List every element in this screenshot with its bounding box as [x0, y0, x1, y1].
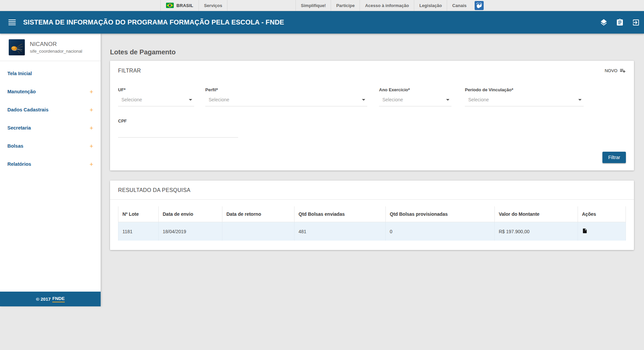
results-card-title: RESULTADO DA PESQUISA	[118, 187, 626, 193]
chevron-down-icon	[578, 99, 582, 101]
sidebar-item-bolsas[interactable]: Bolsas +	[0, 137, 101, 155]
perfil-select[interactable]: Selecione	[205, 95, 367, 106]
vlibras-accessibility-button[interactable]	[475, 0, 484, 11]
vlibras-hands-icon	[475, 1, 484, 10]
sidebar-item-tela-inicial[interactable]: Tela Inicial	[0, 64, 101, 83]
sidebar-item-manutencao[interactable]: Manutenção +	[0, 83, 101, 101]
results-table: Nº Lote Data de envio Data de retorno Qt…	[118, 206, 626, 241]
cell-data-envio: 18/04/2019	[159, 222, 222, 241]
col-valor-montante: Valor do Montante	[495, 206, 578, 222]
plus-icon: +	[90, 143, 93, 149]
col-data-retorno: Data de retorno	[222, 206, 294, 222]
file-icon	[582, 228, 588, 234]
cell-qtd-enviadas: 481	[294, 222, 386, 241]
col-data-envio: Data de envio	[159, 206, 222, 222]
uf-select[interactable]: Selecione	[118, 95, 194, 106]
gov-link-simplifique[interactable]: Simplifique!	[296, 0, 331, 11]
brasil-label: BRASIL	[176, 3, 193, 8]
sidebar-footer: © 2017 FNDE	[0, 292, 101, 306]
gov-link-canais[interactable]: Canais	[447, 0, 472, 11]
table-row: 1181 18/04/2019 481 0 R$ 197.900,00	[118, 222, 626, 241]
sidebar-item-relatorios[interactable]: Relatórios +	[0, 155, 101, 173]
gov-link-servicos[interactable]: Serviços	[199, 0, 227, 11]
results-card: RESULTADO DA PESQUISA Nº Lote Data de en…	[110, 181, 634, 250]
periodo-vinculacao-label: Período de Vinculação*	[465, 87, 584, 92]
cell-qtd-provisionadas: 0	[386, 222, 495, 241]
plus-icon: +	[90, 125, 93, 131]
layers-icon[interactable]	[600, 18, 608, 27]
sidebar: NICANOR sife_coordenador_nacional Tela I…	[0, 34, 101, 306]
user-block: NICANOR sife_coordenador_nacional	[0, 34, 101, 61]
cell-lote: 1181	[118, 222, 159, 241]
main-content: Lotes de Pagamento FILTRAR NOVO UF* Sele…	[101, 34, 644, 260]
fnde-link[interactable]: FNDE	[52, 296, 65, 302]
cell-valor: R$ 197.900,00	[495, 222, 578, 241]
app-title: SISTEMA DE INFORMAÇÃO DO PROGRAMA FORMAÇ…	[23, 18, 284, 26]
government-bar: BRASIL Serviços Simplifique! Participe A…	[0, 0, 644, 11]
periodo-vinculacao-select[interactable]: Selecione	[465, 95, 584, 106]
brazil-flag-icon	[166, 3, 174, 8]
cell-data-retorno	[222, 222, 294, 241]
chevron-down-icon	[446, 99, 449, 101]
ano-exercicio-label: Ano Exercício*	[379, 87, 451, 92]
novo-button[interactable]: NOVO	[605, 67, 626, 74]
plus-icon: +	[90, 89, 93, 95]
sidebar-menu: Tela Inicial Manutenção + Dados Cadastra…	[0, 61, 101, 173]
page-title: Lotes de Pagamento	[110, 48, 634, 56]
avatar	[9, 39, 25, 55]
filtrar-button[interactable]: Filtrar	[602, 152, 626, 163]
logout-icon[interactable]	[632, 18, 640, 27]
plus-icon: +	[90, 161, 93, 167]
filter-card-title: FILTRAR	[118, 68, 141, 74]
user-name: NICANOR	[30, 41, 82, 48]
gov-link-acesso-informacao[interactable]: Acesso à informação	[360, 0, 414, 11]
ano-exercicio-select[interactable]: Selecione	[379, 95, 451, 106]
perfil-label: Perfil*	[205, 87, 367, 92]
filter-card: FILTRAR NOVO UF* Selecione P	[110, 61, 634, 170]
chevron-down-icon	[189, 99, 192, 101]
brasil-gov-link[interactable]: BRASIL	[160, 0, 199, 11]
gov-link-participe[interactable]: Participe	[331, 0, 360, 11]
user-role: sife_coordenador_nacional	[30, 49, 82, 54]
clipboard-icon[interactable]	[616, 18, 624, 27]
document-action-button[interactable]	[582, 228, 588, 235]
col-qtd-provisionadas: Qtd Bolsas provisionadas	[386, 206, 495, 222]
col-n-lote: Nº Lote	[118, 206, 159, 222]
menu-toggle-icon[interactable]	[8, 19, 16, 26]
plus-icon: +	[90, 107, 93, 113]
app-header: SISTEMA DE INFORMAÇÃO DO PROGRAMA FORMAÇ…	[0, 11, 644, 34]
playlist-add-icon	[620, 67, 626, 74]
col-qtd-enviadas: Qtd Bolsas enviadas	[294, 206, 386, 222]
sidebar-item-dados-cadastrais[interactable]: Dados Cadastrais +	[0, 101, 101, 119]
uf-label: UF*	[118, 87, 194, 92]
copyright-text: © 2017	[36, 297, 51, 302]
chevron-down-icon	[362, 99, 365, 101]
col-acoes: Ações	[578, 206, 626, 222]
cpf-input[interactable]	[118, 126, 238, 137]
cpf-label: CPF	[118, 118, 238, 123]
table-header-row: Nº Lote Data de envio Data de retorno Qt…	[118, 206, 626, 222]
sidebar-item-secretaria[interactable]: Secretaria +	[0, 119, 101, 137]
gov-link-legislacao[interactable]: Legislação	[414, 0, 447, 11]
